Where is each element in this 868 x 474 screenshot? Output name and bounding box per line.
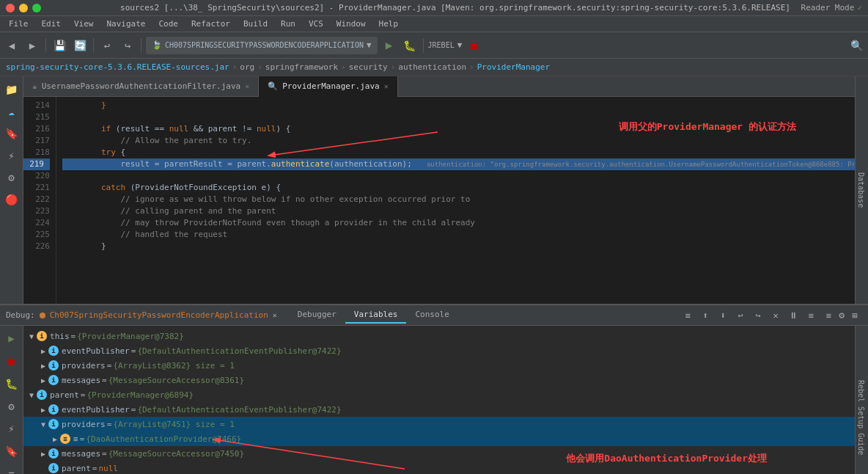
debug-settings-icon[interactable]: ⚙: [839, 310, 845, 321]
breadcrumb-item-1[interactable]: org: [240, 62, 254, 72]
debug-btn-menu[interactable]: ≡: [680, 308, 695, 323]
toolbar-back[interactable]: ◀: [3, 37, 21, 54]
run-button[interactable]: ▶: [380, 37, 398, 54]
stop-button[interactable]: ■: [465, 37, 482, 54]
menu-file[interactable]: File: [3, 18, 34, 30]
var-row-parent-messages[interactable]: ▶ i messages = {MessageSourceAccessor@74…: [23, 446, 855, 461]
toolbar-redo[interactable]: ↪: [119, 37, 136, 54]
expand-parent-providers[interactable]: ▼: [41, 420, 45, 429]
menu-navigate[interactable]: Navigate: [101, 18, 152, 30]
code-line-225: // handled the request: [62, 229, 855, 241]
var-row-eventpub[interactable]: ▶ i eventPublisher = {DefaultAuthenticat…: [23, 343, 855, 358]
breadcrumb-item-3[interactable]: security: [349, 62, 388, 72]
debug-tab-debugger[interactable]: Debugger: [289, 307, 345, 324]
left-sidebar: 📁 ☁ 🔖 ⚡ ⚙ 🔴: [0, 76, 23, 304]
menu-view[interactable]: View: [68, 18, 100, 30]
debug-sidebar-stop[interactable]: ■: [1, 351, 22, 371]
menu-code[interactable]: Code: [152, 18, 184, 30]
sidebar-settings[interactable]: ⚙: [1, 167, 22, 188]
debug-panel: Debug: Ch007SpringSecurityPasswordEncode…: [0, 304, 868, 474]
debug-btn-list1[interactable]: ≡: [803, 308, 818, 323]
debug-btn-down[interactable]: ⬇: [716, 308, 730, 323]
var-row-this[interactable]: ▼ i this = {ProviderManager@7382}: [23, 329, 855, 343]
sidebar-cloud[interactable]: ☁: [1, 101, 22, 122]
expand-parent-eventpub[interactable]: ▶: [41, 406, 45, 414]
debug-close-tab[interactable]: ✕: [273, 311, 277, 319]
debug-tab-console[interactable]: Console: [406, 307, 457, 324]
debug-tab-variables[interactable]: Variables: [345, 307, 407, 324]
sidebar-bookmark[interactable]: 🔖: [1, 123, 22, 144]
debug-btn-list2[interactable]: ≡: [821, 308, 836, 323]
var-row-parent-parent[interactable]: ▶ i parent = null: [23, 461, 855, 474]
breadcrumb-item-5[interactable]: ProviderManager: [477, 62, 550, 72]
menu-window[interactable]: Window: [331, 18, 372, 30]
code-line-215: [62, 112, 855, 123]
window-title: sources2 [...\38_ SpringSecurity\sources…: [48, 3, 862, 12]
sidebar-rebel[interactable]: 🔴: [1, 189, 22, 210]
maximize-button[interactable]: [32, 4, 41, 12]
jrebel-dropdown[interactable]: ▼: [457, 40, 463, 50]
toolbar-search[interactable]: 🔍: [847, 37, 865, 54]
sidebar-structure[interactable]: ⚡: [1, 145, 22, 166]
debug-btn-up[interactable]: ⬆: [698, 308, 713, 323]
sidebar-project[interactable]: 📁: [1, 79, 22, 100]
debug-sidebar-play[interactable]: ▶: [1, 329, 22, 349]
var-row-dao-provider[interactable]: ▶ ≡ ≡ = {DaoAuthenticationProvider@7466}: [23, 431, 855, 446]
toolbar-undo[interactable]: ↩: [98, 37, 116, 54]
var-icon-providers: i: [48, 360, 59, 371]
debug-sidebar-bolt[interactable]: ⚡: [1, 419, 22, 439]
close-button[interactable]: [6, 4, 15, 12]
menu-vcs[interactable]: VCS: [303, 18, 329, 30]
var-row-parent-eventpub[interactable]: ▶ i eventPublisher = {DefaultAuthenticat…: [23, 402, 855, 417]
title-bar: sources2 [...\38_ SpringSecurity\sources…: [0, 0, 868, 16]
toolbar-forward[interactable]: ▶: [23, 37, 41, 54]
debug-btn-pause[interactable]: ⏸: [786, 308, 801, 323]
toolbar-sync[interactable]: 🔄: [71, 37, 89, 54]
debug-sidebar-bookmark[interactable]: 🔖: [1, 442, 22, 462]
breadcrumb-item-0[interactable]: spring-security-core-5.3.6.RELEASE-sourc…: [6, 62, 229, 72]
run-config-icon: 🍃: [152, 40, 162, 50]
code-content[interactable]: } if (result == null && parent != null) …: [56, 97, 855, 304]
debug-button[interactable]: 🐛: [401, 37, 419, 54]
code-line-222: // ignore as we will throw below if no o…: [62, 194, 855, 205]
expand-parent-messages[interactable]: ▶: [41, 450, 45, 458]
var-row-messages[interactable]: ▶ i messages = {MessageSourceAccessor@83…: [23, 373, 855, 387]
menu-refactor[interactable]: Refactor: [185, 18, 236, 30]
menu-bar: File Edit View Navigate Code Refactor Bu…: [0, 16, 868, 32]
toolbar-sep-1: [45, 38, 46, 53]
breadcrumb-item-2[interactable]: springframework: [265, 62, 338, 72]
var-row-parent-providers[interactable]: ▼ i providers = {ArrayList@7451} size = …: [23, 417, 855, 431]
breadcrumb-item-4[interactable]: authentication: [398, 62, 466, 72]
expand-eventpub[interactable]: ▶: [41, 347, 45, 355]
run-configuration[interactable]: 🍃 CH007SPRINGSECURITYPASSWORDENCODERAPPL…: [146, 37, 378, 54]
tab-filter[interactable]: ☕ UsernamePasswordAuthenticationFilter.j…: [23, 76, 259, 97]
debug-right-rebel[interactable]: Rebel Setup Guide: [856, 374, 867, 461]
debug-btn-step-in[interactable]: ↩: [733, 308, 748, 323]
debug-sidebar-bug[interactable]: 🐛: [1, 374, 22, 394]
tab-filter-close[interactable]: ✕: [245, 82, 249, 90]
right-tab-database[interactable]: Database: [856, 167, 867, 214]
tab-provider[interactable]: 🔍 ProviderManager.java ✕: [259, 76, 397, 97]
debug-btn-step-out[interactable]: ↪: [751, 308, 765, 323]
debug-btn-split[interactable]: ⊞: [847, 308, 862, 323]
expand-parent[interactable]: ▼: [29, 391, 34, 399]
debug-sidebar-config[interactable]: ⚙: [1, 396, 22, 416]
menu-build[interactable]: Build: [238, 18, 273, 30]
menu-run[interactable]: Run: [275, 18, 301, 30]
var-row-parent[interactable]: ▼ i parent = {ProviderManager@6894}: [23, 387, 855, 402]
var-row-providers[interactable]: ▶ i providers = {ArrayList@8362} size = …: [23, 358, 855, 373]
debug-btn-close[interactable]: ✕: [768, 308, 783, 323]
window-controls[interactable]: [6, 4, 41, 12]
menu-edit[interactable]: Edit: [36, 18, 67, 30]
debug-sidebar-structure[interactable]: ≡: [1, 464, 22, 475]
variables-area[interactable]: ▼ i this = {ProviderManager@7382} ▶ i ev…: [23, 326, 855, 474]
menu-help[interactable]: Help: [373, 18, 405, 30]
run-config-dropdown[interactable]: ▼: [367, 40, 372, 50]
toolbar-save[interactable]: 💾: [51, 37, 68, 54]
expand-this[interactable]: ▼: [29, 332, 34, 340]
expand-messages[interactable]: ▶: [41, 376, 45, 384]
expand-dao-provider[interactable]: ▶: [53, 435, 57, 443]
tab-provider-close[interactable]: ✕: [384, 82, 389, 90]
expand-providers[interactable]: ▶: [41, 362, 45, 370]
minimize-button[interactable]: [19, 4, 28, 12]
